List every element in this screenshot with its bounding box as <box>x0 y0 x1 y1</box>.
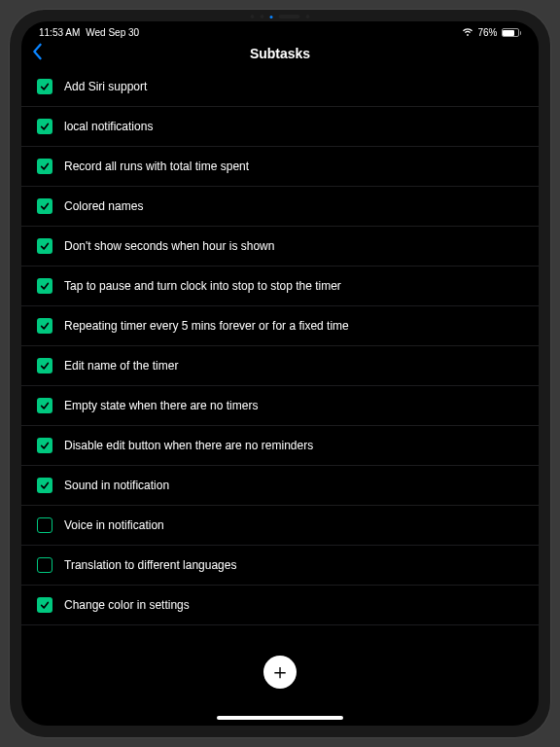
plus-icon: ＋ <box>269 661 291 683</box>
checkbox[interactable] <box>37 358 52 374</box>
add-button[interactable]: ＋ <box>263 656 297 689</box>
list-item[interactable]: Edit name of the timer <box>21 346 539 386</box>
list-item[interactable]: Don't show seconds when hour is shown <box>21 227 539 267</box>
checkbox[interactable] <box>37 438 52 453</box>
list-item[interactable]: Colored names <box>21 187 539 227</box>
checkbox[interactable] <box>37 238 52 254</box>
subtask-label: Change color in settings <box>64 598 190 612</box>
chevron-left-icon <box>31 43 43 60</box>
subtask-label: Colored names <box>64 199 143 213</box>
battery-icon <box>502 28 522 37</box>
checkbox[interactable] <box>37 198 52 214</box>
list-item[interactable]: local notifications <box>21 107 539 147</box>
screen: 11:53 AM Wed Sep 30 76% Subtasks <box>21 21 539 726</box>
subtask-label: Tap to pause and turn clock into stop to… <box>64 279 341 293</box>
list-item[interactable]: Tap to pause and turn clock into stop to… <box>21 267 539 306</box>
page-title: Subtasks <box>250 46 310 61</box>
list-item[interactable]: Translation to different languages <box>21 546 539 586</box>
subtask-label: Sound in notification <box>64 479 169 492</box>
subtask-label: Add Siri support <box>64 80 147 93</box>
list-item[interactable]: Voice in notification <box>21 506 539 546</box>
status-date: Wed Sep 30 <box>86 27 139 38</box>
checkbox[interactable] <box>37 79 52 94</box>
checkbox[interactable] <box>37 318 52 334</box>
checkbox[interactable] <box>37 398 52 413</box>
back-button[interactable] <box>31 43 43 65</box>
subtask-list[interactable]: Add Siri supportlocal notificationsRecor… <box>21 67 539 726</box>
subtask-label: Repeating timer every 5 mins forever or … <box>64 319 349 333</box>
list-item[interactable]: Sound in notification <box>21 466 539 506</box>
checkbox[interactable] <box>37 557 52 573</box>
nav-bar: Subtasks <box>21 40 539 67</box>
list-item[interactable]: Disable edit button when there are no re… <box>21 426 539 466</box>
list-item[interactable]: Empty state when there are no timers <box>21 386 539 426</box>
subtask-label: local notifications <box>64 120 153 133</box>
checkbox[interactable] <box>37 597 52 613</box>
home-indicator[interactable] <box>217 716 343 720</box>
subtask-label: Don't show seconds when hour is shown <box>64 239 274 253</box>
status-bar: 11:53 AM Wed Sep 30 76% <box>21 21 539 40</box>
checkbox[interactable] <box>37 278 52 294</box>
subtask-label: Empty state when there are no timers <box>64 399 258 412</box>
checkbox[interactable] <box>37 478 52 493</box>
checkbox[interactable] <box>37 159 52 174</box>
list-item[interactable]: Repeating timer every 5 mins forever or … <box>21 306 539 346</box>
checkbox[interactable] <box>37 517 52 533</box>
device-frame: 11:53 AM Wed Sep 30 76% Subtasks <box>10 10 550 737</box>
subtask-label: Voice in notification <box>64 518 164 532</box>
subtask-label: Translation to different languages <box>64 558 236 572</box>
subtask-label: Record all runs with total time spent <box>64 160 249 173</box>
subtask-label: Disable edit button when there are no re… <box>64 439 313 452</box>
subtask-label: Edit name of the timer <box>64 359 178 373</box>
list-item[interactable]: Add Siri support <box>21 67 539 107</box>
list-item[interactable]: Record all runs with total time spent <box>21 147 539 187</box>
battery-percent: 76% <box>477 27 497 38</box>
camera-notch <box>251 15 310 18</box>
list-item[interactable]: Change color in settings <box>21 586 539 625</box>
checkbox[interactable] <box>37 119 52 134</box>
wifi-icon <box>462 28 473 37</box>
status-time: 11:53 AM <box>39 27 80 38</box>
